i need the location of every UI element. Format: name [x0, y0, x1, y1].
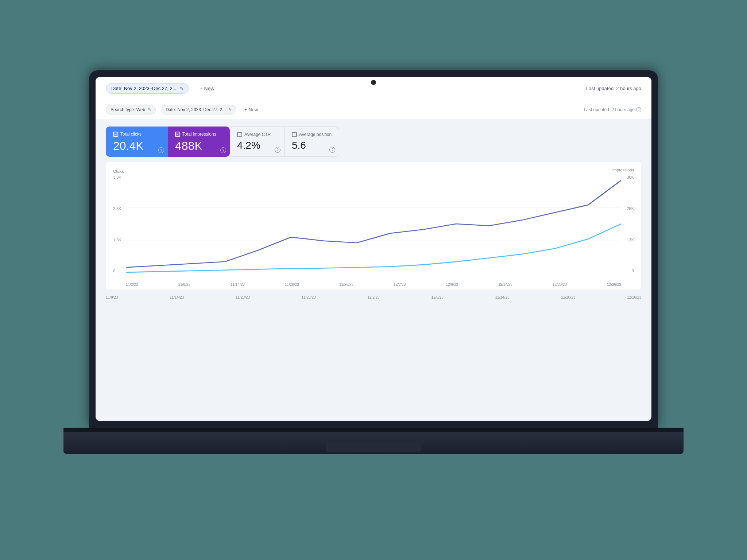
chart-svg-area: [126, 175, 621, 273]
help-icon-sub: ?: [636, 107, 641, 112]
x-axis-labels: 11/2/23 11/8/23 11/14/23 11/20/23 11/26/…: [126, 283, 621, 287]
chart-container: Clicks Impressions 3.8K 2.5K 1.3K 0 38: [106, 162, 641, 289]
nav-date-3: 11/26/23: [302, 295, 316, 299]
nav-date-6: 12/14/23: [495, 295, 510, 299]
y-left-label-0: 3.8K: [113, 175, 121, 179]
date-filter-sub-label: Date: Nov 2, 2023–Dec 27, 2...: [166, 107, 226, 112]
clicks-axis-title: Clicks: [113, 168, 124, 174]
search-type-filter[interactable]: Search type: Web ✎: [106, 105, 156, 114]
total-clicks-header: ✓ Total clicks: [113, 132, 160, 137]
average-position-value: 5.6: [292, 140, 332, 151]
total-clicks-help[interactable]: ?: [158, 147, 164, 153]
nav-date-0: 11/8/23: [106, 295, 118, 299]
total-impressions-label: Total impressions: [182, 132, 216, 137]
average-ctr-value: 4.2%: [237, 140, 277, 151]
x-label-2: 11/14/23: [231, 283, 245, 287]
total-impressions-checkbox[interactable]: ✓: [175, 132, 180, 137]
date-edit-icon: ✎: [228, 107, 232, 112]
laptop-frame: Date: Nov 2, 2023–Dec 27, 2... ✎ + New L…: [63, 70, 684, 490]
camera-notch: [371, 80, 376, 85]
total-impressions-help[interactable]: ?: [220, 147, 226, 153]
average-ctr-label: Average CTR: [244, 132, 271, 137]
nav-date-5: 12/8/23: [431, 295, 443, 299]
average-position-checkbox[interactable]: [292, 132, 297, 137]
metric-total-clicks[interactable]: ✓ Total clicks 20.4K ?: [106, 127, 168, 157]
x-label-6: 12/8/23: [446, 283, 458, 287]
trackpad[interactable]: [326, 442, 421, 452]
x-label-9: 12/26/23: [607, 283, 621, 287]
bottom-date-bar: 11/8/23 11/14/23 11/20/23 11/26/23 12/2/…: [96, 289, 651, 305]
new-button-top[interactable]: + New: [196, 83, 218, 94]
screen-bezel: Date: Nov 2, 2023–Dec 27, 2... ✎ + New L…: [96, 77, 651, 421]
sub-bar: Search type: Web ✎ Date: Nov 2, 2023–Dec…: [96, 100, 651, 119]
total-clicks-label: Total clicks: [120, 132, 142, 137]
nav-date-8: 12/26/23: [627, 295, 641, 299]
y-left-label-1: 2.5K: [113, 206, 121, 211]
total-clicks-checkbox[interactable]: ✓: [113, 132, 118, 137]
laptop-hinge: [63, 428, 684, 432]
average-position-label: Average position: [299, 132, 332, 137]
date-filter-sub[interactable]: Date: Nov 2, 2023–Dec 27, 2... ✎: [161, 105, 236, 114]
y-right-label-1: 25K: [627, 206, 634, 211]
x-label-1: 11/8/23: [178, 283, 190, 287]
average-position-header: Average position: [292, 132, 332, 137]
y-axis-right: 38K 25K 13K 0: [627, 175, 634, 273]
nav-date-2: 11/20/23: [236, 295, 250, 299]
x-label-4: 11/26/23: [339, 283, 353, 287]
nav-date-1: 11/14/23: [170, 295, 184, 299]
x-label-0: 11/2/23: [126, 283, 138, 287]
average-ctr-header: Average CTR: [237, 132, 277, 137]
metric-total-impressions[interactable]: ✓ Total impressions 488K ?: [168, 127, 230, 157]
x-label-3: 11/20/23: [285, 283, 299, 287]
laptop-lid: Date: Nov 2, 2023–Dec 27, 2... ✎ + New L…: [89, 70, 658, 428]
x-label-8: 12/20/23: [553, 283, 567, 287]
laptop-base: [63, 432, 684, 454]
impressions-line: [126, 180, 621, 268]
average-ctr-help[interactable]: ?: [275, 147, 280, 153]
total-clicks-value: 20.4K: [113, 140, 160, 152]
last-updated-sub: Last updated: 2 hours ago ?: [584, 107, 641, 112]
y-left-label-3: 0: [113, 269, 121, 273]
total-impressions-value: 488K: [175, 140, 222, 152]
search-type-label: Search type: Web: [111, 107, 145, 112]
x-label-7: 12/14/23: [498, 283, 512, 287]
new-button-sub[interactable]: + New: [241, 105, 261, 114]
impressions-axis-title: Impressions: [612, 168, 634, 172]
last-updated-top: Last updated: 2 hours ago: [586, 86, 641, 91]
search-type-edit-icon: ✎: [148, 107, 151, 112]
edit-icon: ✎: [179, 86, 183, 91]
date-filter-top-label: Date: Nov 2, 2023–Dec 27, 2...: [111, 86, 177, 91]
date-filter-top[interactable]: Date: Nov 2, 2023–Dec 27, 2... ✎: [106, 83, 189, 94]
screen-content: Date: Nov 2, 2023–Dec 27, 2... ✎ + New L…: [96, 77, 651, 421]
total-impressions-header: ✓ Total impressions: [175, 132, 222, 137]
y-right-label-2: 13K: [627, 238, 634, 242]
metric-average-position[interactable]: Average position 5.6 ?: [285, 127, 339, 157]
metrics-row: ✓ Total clicks 20.4K ? ✓ Total impressio…: [96, 119, 651, 162]
nav-date-4: 12/2/23: [367, 295, 379, 299]
metric-average-ctr[interactable]: Average CTR 4.2% ?: [230, 127, 285, 157]
y-left-label-2: 1.3K: [113, 238, 121, 242]
chart-svg: [126, 175, 621, 273]
y-right-label-0: 38K: [627, 175, 634, 179]
nav-date-7: 12/20/23: [561, 295, 575, 299]
y-axis-left: 3.8K 2.5K 1.3K 0: [113, 175, 121, 273]
average-position-help[interactable]: ?: [329, 147, 335, 153]
x-label-5: 12/2/23: [394, 283, 406, 287]
y-right-label-3: 0: [627, 269, 634, 273]
average-ctr-checkbox[interactable]: [237, 132, 242, 137]
clicks-line: [126, 224, 621, 272]
